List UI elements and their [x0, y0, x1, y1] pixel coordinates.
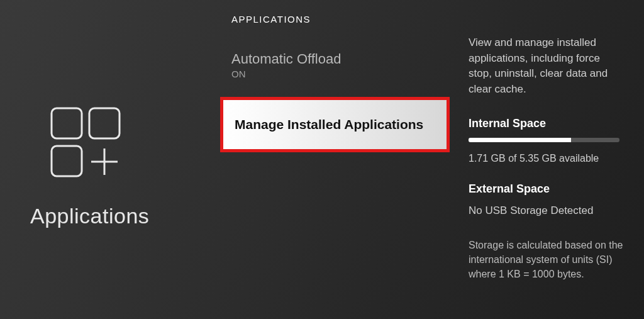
internal-space-bar — [469, 138, 619, 142]
section-header: APPLICATIONS — [220, 14, 450, 25]
internal-space-fill — [469, 138, 571, 142]
left-panel: Applications — [0, 0, 220, 319]
detail-panel: View and manage installed applications, … — [450, 0, 644, 319]
setting-description: View and manage installed applications, … — [469, 35, 624, 98]
selection-highlight: Manage Installed Applications — [220, 97, 450, 152]
setting-manage-installed-applications[interactable]: Manage Installed Applications — [223, 100, 447, 149]
applications-icon — [50, 107, 126, 177]
setting-value: ON — [231, 69, 438, 79]
internal-space-label: Internal Space — [469, 115, 624, 132]
storage-footnote: Storage is calculated based on the inter… — [469, 238, 624, 282]
settings-list: APPLICATIONS Automatic Offload ON Manage… — [220, 0, 450, 319]
column-divider — [220, 0, 221, 319]
setting-automatic-offload[interactable]: Automatic Offload ON — [220, 51, 450, 91]
svg-rect-2 — [52, 146, 82, 176]
setting-title: Automatic Offload — [231, 51, 438, 67]
svg-rect-0 — [52, 108, 82, 138]
category-title: Applications — [30, 204, 149, 228]
svg-rect-1 — [89, 108, 119, 138]
external-space-value: No USB Storage Detected — [469, 203, 624, 219]
internal-space-text: 1.71 GB of 5.35 GB available — [469, 151, 624, 165]
setting-title: Manage Installed Applications — [235, 117, 423, 132]
external-space-label: External Space — [469, 181, 624, 197]
